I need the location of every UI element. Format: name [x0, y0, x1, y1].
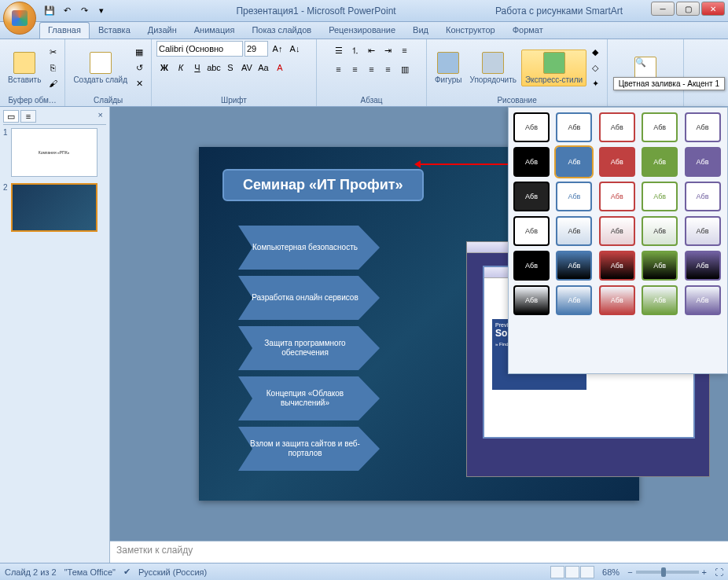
style-swatch-0-1[interactable]: Абв — [556, 112, 592, 142]
arrange-button[interactable]: Упорядочить — [466, 50, 520, 86]
tab-insert[interactable]: Вставка — [90, 22, 139, 39]
reset-icon[interactable]: ↺ — [132, 61, 146, 75]
language-indicator[interactable]: Русский (Россия) — [138, 567, 207, 577]
slides-tab[interactable]: ▭ — [3, 110, 19, 123]
tab-slideshow[interactable]: Показ слайдов — [243, 22, 320, 39]
delete-slide-icon[interactable]: ✕ — [132, 76, 146, 90]
shape-fill-icon[interactable]: ◆ — [588, 45, 602, 59]
style-swatch-2-3[interactable]: Абв — [642, 182, 678, 211]
align-left-icon[interactable]: ≡ — [331, 61, 347, 77]
style-swatch-5-2[interactable]: Абв — [599, 285, 635, 315]
shape-effects-icon[interactable]: ✦ — [588, 76, 602, 90]
tab-view[interactable]: Вид — [404, 22, 437, 39]
sorter-view-button[interactable] — [565, 566, 579, 578]
arrow-4[interactable]: Концепция «Облаков вычислений» — [238, 376, 380, 420]
notes-pane[interactable]: Заметки к слайду — [110, 541, 728, 563]
italic-button[interactable]: К — [173, 60, 189, 75]
underline-button[interactable]: Ч — [189, 60, 205, 75]
style-swatch-2-4[interactable]: Абв — [685, 182, 721, 211]
style-swatch-3-0[interactable]: Абв — [513, 216, 550, 246]
shape-outline-icon[interactable]: ◇ — [588, 61, 602, 75]
arrow-1[interactable]: Компьютерная безопасность — [238, 226, 380, 270]
line-spacing-icon[interactable]: ≡ — [397, 42, 413, 58]
style-swatch-4-1[interactable]: Абв — [556, 251, 592, 281]
tab-constructor[interactable]: Конструктор — [437, 22, 504, 39]
express-styles-button[interactable]: Экспресс-стили — [521, 50, 586, 86]
shapes-button[interactable]: Фигуры — [432, 50, 465, 86]
bullets-icon[interactable]: ☰ — [331, 42, 347, 58]
close-button[interactable]: ✕ — [701, 2, 725, 16]
shrink-font-icon[interactable]: A↓ — [287, 41, 303, 57]
panel-close-icon[interactable]: × — [95, 110, 106, 123]
slide-thumb-2[interactable]: 2 — [3, 183, 106, 232]
arrow-3[interactable]: Защита программного обеспечения — [238, 326, 380, 370]
style-swatch-3-1[interactable]: Абв — [556, 216, 592, 246]
copy-icon[interactable]: ⎘ — [46, 61, 60, 75]
maximize-button[interactable]: ▢ — [676, 2, 700, 16]
tab-home[interactable]: Главная — [39, 22, 90, 39]
slide-thumb-1[interactable]: 1 Компания «РПК» — [3, 128, 106, 177]
cut-icon[interactable]: ✂ — [46, 45, 60, 59]
style-swatch-5-3[interactable]: Абв — [642, 285, 678, 315]
indent-dec-icon[interactable]: ⇤ — [364, 42, 380, 58]
style-swatch-2-1[interactable]: Абв — [556, 182, 592, 211]
tab-design[interactable]: Дизайн — [139, 22, 186, 39]
style-swatch-1-1[interactable]: Абв — [556, 147, 592, 177]
tab-animation[interactable]: Анимация — [186, 22, 244, 39]
style-swatch-1-4[interactable]: Абв — [685, 147, 721, 177]
outline-tab[interactable]: ≡ — [20, 110, 36, 123]
spacing-button[interactable]: AV — [239, 60, 255, 75]
slideshow-view-button[interactable] — [580, 566, 594, 578]
indent-inc-icon[interactable]: ⇥ — [381, 42, 396, 58]
tab-format[interactable]: Формат — [504, 22, 552, 39]
zoom-slider[interactable] — [636, 571, 699, 574]
arrow-5[interactable]: Взлом и защита сайтов и веб-порталов — [238, 427, 380, 471]
style-swatch-1-0[interactable]: Абв — [513, 147, 550, 177]
numbering-icon[interactable]: ⒈ — [347, 42, 363, 58]
zoom-out-button[interactable]: − — [627, 567, 632, 577]
style-swatch-0-4[interactable]: Абв — [685, 112, 721, 142]
tab-review[interactable]: Рецензирование — [320, 22, 404, 39]
style-swatch-4-2[interactable]: Абв — [599, 251, 635, 281]
normal-view-button[interactable] — [550, 566, 564, 578]
undo-icon[interactable]: ↶ — [60, 4, 74, 18]
format-painter-icon[interactable]: 🖌 — [46, 76, 60, 90]
style-swatch-2-0[interactable]: Абв — [513, 182, 550, 211]
case-button[interactable]: Aa — [256, 60, 271, 75]
font-size-select[interactable] — [245, 41, 268, 57]
grow-font-icon[interactable]: A↑ — [270, 41, 285, 57]
style-swatch-1-3[interactable]: Абв — [642, 147, 678, 177]
style-swatch-3-4[interactable]: Абв — [685, 216, 721, 246]
style-swatch-5-4[interactable]: Абв — [685, 285, 721, 315]
slide-title-box[interactable]: Семинар «ИТ Профит» — [222, 169, 424, 201]
style-swatch-4-3[interactable]: Абв — [642, 251, 678, 281]
paste-button[interactable]: Вставить — [5, 50, 44, 86]
arrow-2[interactable]: Разработка онлайн сервисов — [238, 276, 380, 320]
zoom-in-button[interactable]: + — [702, 567, 707, 577]
layout-icon[interactable]: ▦ — [132, 45, 146, 59]
style-swatch-0-2[interactable]: Абв — [599, 112, 635, 142]
style-swatch-3-3[interactable]: Абв — [642, 216, 678, 246]
shadow-button[interactable]: S — [222, 60, 238, 75]
minimize-button[interactable]: ─ — [651, 2, 675, 16]
style-swatch-4-4[interactable]: Абв — [685, 251, 721, 281]
style-swatch-5-0[interactable]: Абв — [513, 285, 550, 315]
spellcheck-icon[interactable]: ✔ — [123, 567, 131, 577]
style-swatch-0-3[interactable]: Абв — [642, 112, 678, 142]
font-name-select[interactable] — [156, 41, 243, 57]
align-right-icon[interactable]: ≡ — [364, 61, 380, 77]
align-center-icon[interactable]: ≡ — [347, 61, 363, 77]
style-swatch-3-2[interactable]: Абв — [599, 216, 635, 246]
save-icon[interactable]: 💾 — [42, 4, 57, 18]
justify-icon[interactable]: ≡ — [381, 61, 396, 77]
columns-icon[interactable]: ▥ — [397, 61, 413, 77]
bold-button[interactable]: Ж — [156, 60, 172, 75]
style-swatch-5-1[interactable]: Абв — [556, 285, 592, 315]
font-color-button[interactable]: A — [272, 60, 288, 75]
new-slide-button[interactable]: Создать слайд — [70, 50, 131, 86]
strike-button[interactable]: abc — [206, 60, 222, 75]
style-swatch-2-2[interactable]: Абв — [599, 182, 635, 211]
style-swatch-1-2[interactable]: Абв — [599, 147, 635, 177]
redo-icon[interactable]: ↷ — [77, 4, 91, 18]
style-swatch-0-0[interactable]: Абв — [513, 112, 550, 142]
